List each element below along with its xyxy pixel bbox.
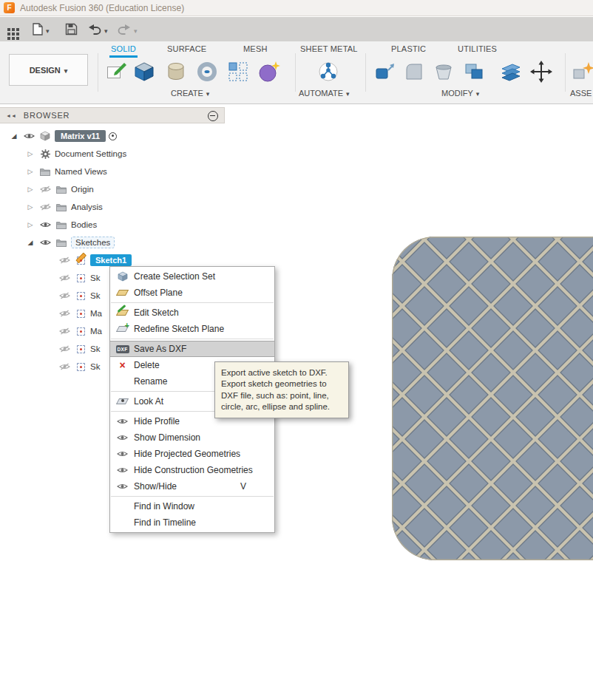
assemble-group-dropdown[interactable]: ASSE: [570, 89, 592, 98]
assemble-button[interactable]: [572, 60, 593, 84]
expand-arrow-icon[interactable]: [25, 150, 35, 157]
eye-icon: [115, 432, 129, 444]
menu-divider: [111, 302, 274, 303]
browser-row-analysis[interactable]: Analysis: [0, 198, 225, 216]
automate-button[interactable]: [316, 60, 340, 84]
expand-arrow-icon[interactable]: [9, 132, 19, 140]
shortcut-key: V: [240, 481, 246, 492]
menu-item-find-in-timeline[interactable]: Find in Timeline: [110, 514, 274, 531]
redo-button[interactable]: [117, 22, 138, 36]
visibility-eye-off-icon[interactable]: [58, 256, 71, 264]
menu-item-hide-projected-geometries[interactable]: Hide Projected Geometries: [110, 446, 274, 462]
chevron-down-icon: [134, 23, 138, 36]
save-button[interactable]: [65, 22, 78, 36]
browser-row-root[interactable]: Matrix v11: [0, 127, 225, 145]
selection-set-icon: [115, 271, 129, 282]
minimize-browser-icon[interactable]: [208, 111, 218, 121]
row-label: Ma: [90, 309, 102, 318]
collapse-panel-icon[interactable]: ◄◄: [6, 113, 16, 118]
expand-arrow-icon[interactable]: [25, 203, 35, 211]
undo-button[interactable]: [87, 22, 108, 36]
selected-sketch-label[interactable]: Sketch1: [90, 254, 132, 266]
file-menu-button[interactable]: [33, 22, 50, 36]
shell-button[interactable]: [432, 60, 455, 84]
chevron-down-icon: [64, 66, 68, 75]
browser-row-origin[interactable]: Origin: [0, 180, 225, 198]
tab-plastic[interactable]: PLASTIC: [390, 41, 427, 58]
app-grid-button[interactable]: [7, 22, 10, 36]
row-label: Sk: [90, 344, 100, 353]
file-icon: [33, 23, 43, 35]
fillet-button[interactable]: [402, 60, 426, 84]
press-pull-button[interactable]: [373, 60, 396, 84]
visibility-eye-off-icon[interactable]: [58, 345, 71, 353]
menu-item-show-dimension[interactable]: Show Dimension: [110, 429, 274, 446]
design-workspace-button[interactable]: DESIGN: [9, 54, 88, 86]
assemble-group-label: ASSE: [570, 89, 592, 98]
offset-face-button[interactable]: [498, 60, 522, 84]
ribbon-divider: [295, 53, 296, 92]
expand-arrow-icon[interactable]: [25, 239, 35, 246]
tab-surface[interactable]: SURFACE: [166, 41, 208, 58]
menu-item-offset-plane[interactable]: Offset Plane: [110, 285, 274, 301]
root-component-label[interactable]: Matrix v11: [55, 130, 106, 142]
menu-item-label: Hide Profile: [134, 416, 180, 427]
menu-item-label: Rename: [134, 376, 167, 387]
automate-group-dropdown[interactable]: AUTOMATE: [299, 89, 350, 98]
visibility-eye-off-icon[interactable]: [58, 327, 71, 335]
create-sketch-button[interactable]: [104, 60, 128, 84]
cylinder-button[interactable]: [164, 60, 188, 84]
press-pull-icon: [373, 61, 396, 83]
design-canvas[interactable]: [392, 237, 593, 563]
sketch-icon: [74, 363, 87, 371]
menu-item-label: Look At: [134, 396, 163, 407]
move-copy-button[interactable]: [529, 60, 553, 84]
row-label: Origin: [71, 185, 94, 194]
visibility-eye-off-icon[interactable]: [58, 274, 71, 282]
redefine-sketch-plane-icon: +: [115, 323, 129, 335]
modify-group-dropdown[interactable]: MODIFY: [441, 89, 479, 98]
tab-sheet-metal[interactable]: SHEET METAL: [299, 41, 359, 58]
combine-button[interactable]: [463, 60, 487, 84]
expand-arrow-icon[interactable]: [25, 186, 35, 193]
tab-solid[interactable]: SOLID: [109, 41, 138, 58]
menu-item-save-as-dxf[interactable]: DXF Save As DXF: [110, 341, 274, 357]
browser-row-document-settings[interactable]: Document Settings: [0, 145, 225, 163]
visibility-eye-icon[interactable]: [38, 221, 52, 228]
pattern-button[interactable]: [226, 60, 250, 84]
tab-utilities[interactable]: UTILITIES: [456, 41, 498, 58]
menu-item-hide-construction-geometries[interactable]: Hide Construction Geometries: [110, 462, 274, 478]
sketch-icon: [74, 256, 87, 265]
dxf-icon: DXF: [115, 343, 129, 355]
menu-item-label: Hide Construction Geometries: [134, 465, 253, 475]
visibility-eye-off-icon[interactable]: [38, 203, 52, 211]
browser-row-sketches[interactable]: Sketches: [0, 234, 225, 251]
visibility-eye-off-icon[interactable]: [38, 186, 52, 193]
create-group-dropdown[interactable]: CREATE: [171, 89, 209, 98]
menu-item-edit-sketch[interactable]: Edit Sketch: [110, 305, 274, 321]
undo-icon: [87, 24, 102, 35]
visibility-eye-off-icon[interactable]: [58, 310, 71, 317]
activate-component-radio[interactable]: [109, 132, 117, 140]
torus-button[interactable]: [195, 60, 219, 84]
menu-item-show-hide[interactable]: Show/Hide V: [110, 478, 274, 495]
visibility-eye-off-icon[interactable]: [58, 363, 71, 370]
menu-item-find-in-window[interactable]: Find in Window: [110, 498, 274, 514]
browser-row-bodies[interactable]: Bodies: [0, 216, 225, 234]
visibility-eye-icon[interactable]: [38, 239, 52, 246]
form-button[interactable]: [257, 60, 281, 84]
automate-group-label: AUTOMATE: [299, 89, 343, 98]
window-title: Autodesk Fusion 360 (Education License): [20, 0, 184, 16]
shell-icon: [433, 61, 454, 82]
eye-icon: [115, 448, 129, 460]
visibility-eye-icon[interactable]: [22, 132, 35, 140]
menu-item-redefine-sketch-plane[interactable]: + Redefine Sketch Plane: [110, 321, 274, 337]
visibility-eye-off-icon[interactable]: [58, 292, 71, 299]
tab-mesh[interactable]: MESH: [242, 41, 269, 58]
expand-arrow-icon[interactable]: [25, 168, 35, 175]
solid-box-button[interactable]: [132, 60, 156, 84]
menu-item-create-selection-set[interactable]: Create Selection Set: [110, 268, 274, 285]
browser-row-named-views[interactable]: Named Views: [0, 163, 225, 180]
expand-arrow-icon[interactable]: [25, 221, 35, 228]
design-label: DESIGN: [30, 66, 61, 75]
